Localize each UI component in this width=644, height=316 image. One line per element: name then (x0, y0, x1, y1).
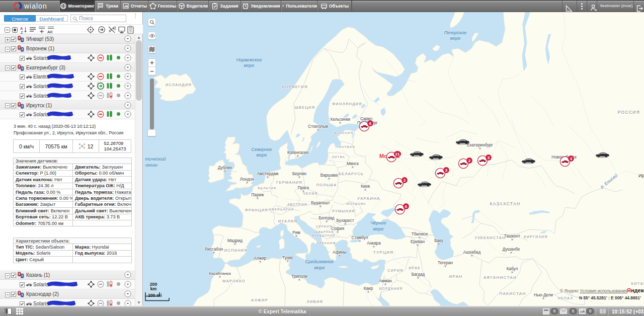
svg-text:All: All (47, 30, 52, 34)
svg-text:2: 2 (468, 159, 471, 163)
svg-text:2: 2 (404, 178, 406, 183)
svg-text:3: 3 (445, 168, 448, 173)
svg-text:3: 3 (488, 155, 490, 160)
svg-text:3: 3 (570, 156, 573, 161)
svg-text:6: 6 (369, 121, 372, 126)
svg-text:21: 21 (395, 152, 400, 156)
svg-text:6: 6 (405, 204, 408, 209)
svg-text:Z: Z (21, 30, 23, 34)
